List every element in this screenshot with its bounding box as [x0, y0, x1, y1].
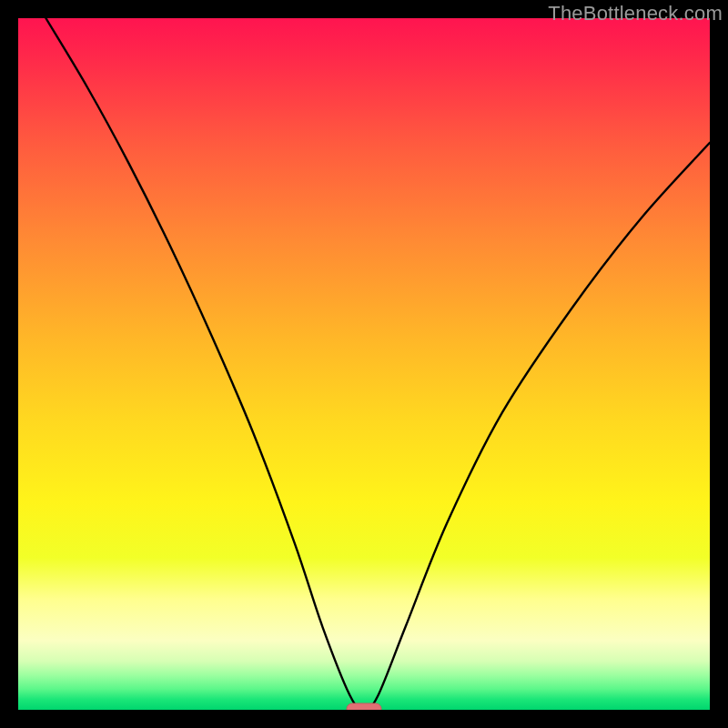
- watermark-text: TheBottleneck.com: [548, 2, 723, 25]
- curve-layer: [18, 18, 710, 710]
- bottleneck-curve: [46, 18, 710, 710]
- plot-area: [18, 18, 710, 710]
- optimum-marker: [347, 703, 381, 710]
- chart-frame: TheBottleneck.com: [0, 0, 728, 728]
